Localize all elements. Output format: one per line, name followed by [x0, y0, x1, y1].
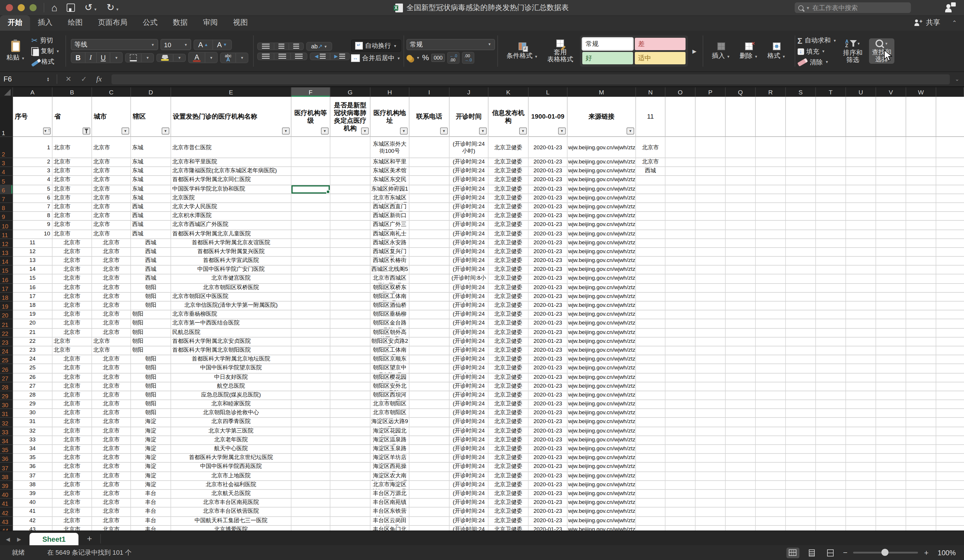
cell-seq[interactable]: 16: [13, 283, 52, 292]
cell-date[interactable]: 2020-01-23: [529, 293, 568, 301]
cell-publisher[interactable]: 北京卫健委: [489, 418, 529, 427]
cell-hospital-level[interactable]: [291, 481, 331, 490]
empty-cells[interactable]: [666, 400, 964, 409]
cell-publisher[interactable]: 北京卫健委: [489, 409, 529, 418]
cell-district[interactable]: 朝阳: [131, 310, 171, 319]
page-break-view-button[interactable]: [824, 547, 837, 558]
cell-open-hours[interactable]: (开诊时间:24小时): [449, 454, 489, 462]
cell-n[interactable]: 西城: [636, 167, 666, 176]
cell-designated[interactable]: [331, 454, 371, 462]
cell-date[interactable]: 2020-01-23: [529, 239, 568, 247]
zoom-slider[interactable]: [853, 552, 918, 553]
cell-seq[interactable]: 12: [13, 248, 52, 257]
header-cell[interactable]: 开诊时间: [449, 97, 489, 137]
header-cell[interactable]: 省: [52, 97, 92, 137]
cell-province[interactable]: 北京市: [52, 257, 92, 265]
underline-menu[interactable]: ▼: [111, 52, 122, 63]
cell-n[interactable]: [636, 382, 666, 391]
cell-address[interactable]: 朝阳区安外北苑3号院: [371, 382, 409, 391]
share-button[interactable]: 共享: [926, 18, 940, 28]
cell-date[interactable]: 2020-01-23: [529, 203, 568, 212]
cell-city[interactable]: 北京市: [92, 283, 131, 292]
cell-province[interactable]: 北京市: [52, 436, 92, 445]
cell-open-hours[interactable]: (开诊时间:24小时): [449, 409, 489, 418]
empty-cells[interactable]: [666, 203, 964, 212]
comments-icon[interactable]: [945, 2, 956, 13]
cell-source-link[interactable]: wjw.beijing.gov.cn/wjwh/ztzl/xxgzbd/2020…: [568, 436, 636, 445]
cell-hospital-name[interactable]: 北京市丰台区南苑医院: [171, 499, 291, 508]
fill-color-button[interactable]: [157, 54, 173, 61]
cell-source-link[interactable]: wjw.beijing.gov.cn/wjwh/ztzl/xxgzbd/2020…: [568, 373, 636, 382]
cell-publisher[interactable]: 北京卫健委: [489, 472, 529, 481]
cell-source-link[interactable]: wjw.beijing.gov.cn/wjwh/ztzl/xxgzbd/2020…: [568, 347, 636, 355]
column-header[interactable]: G: [331, 87, 371, 97]
fill-color-menu[interactable]: ▼: [173, 54, 185, 61]
cell-city[interactable]: 北京市: [92, 137, 131, 158]
cell-hospital-level[interactable]: [291, 508, 331, 517]
header-cell[interactable]: 序号: [13, 97, 52, 137]
row-header[interactable]: 3: [0, 158, 13, 167]
cell-source-link[interactable]: wjw.beijing.gov.cn/wjwh/ztzl/xxgzbd/2020…: [568, 319, 636, 328]
cell-hospital-level[interactable]: [291, 427, 331, 436]
cell-source-link[interactable]: wjw.beijing.gov.cn/wjwh/ztzl/xxgzbd/2020…: [568, 301, 636, 310]
cell-n[interactable]: [636, 418, 666, 427]
cell-publisher[interactable]: 北京卫健委: [489, 517, 529, 526]
cell-hospital-level[interactable]: [291, 293, 331, 301]
cell-district[interactable]: 朝阳: [131, 355, 171, 364]
cell-hospital-name[interactable]: 首都医科大学附属北京朝阳医院: [171, 347, 291, 355]
cell-designated[interactable]: [331, 391, 371, 400]
cell-hospital-name[interactable]: 中国中医科学院望京医院: [171, 365, 291, 373]
cell-phone[interactable]: [409, 373, 449, 382]
cell-date[interactable]: 2020-01-23: [529, 176, 568, 185]
cell-open-hours[interactable]: (开诊时间:24小时): [449, 212, 489, 221]
cell-hospital-level[interactable]: [291, 248, 331, 257]
cell-seq[interactable]: 13: [13, 257, 52, 265]
cell-source-link[interactable]: wjw.beijing.gov.cn/wjwh/ztzl/xxgzbd/2020…: [568, 283, 636, 292]
cell-publisher[interactable]: 北京卫健委: [489, 257, 529, 265]
cell-seq[interactable]: 14: [13, 266, 52, 275]
cell-city[interactable]: 北京市: [92, 158, 131, 167]
cell-address[interactable]: 朝阳区西坝河南里29号: [371, 391, 409, 400]
cell-publisher[interactable]: 北京卫健委: [489, 365, 529, 373]
cell-city[interactable]: 北京市: [92, 301, 131, 310]
cell-publisher[interactable]: 北京卫健委: [489, 137, 529, 158]
cell-hospital-name[interactable]: 北京市丰台区铁营医院: [171, 508, 291, 517]
cell-hospital-level[interactable]: [291, 266, 331, 275]
filter-dropdown-button[interactable]: [43, 127, 51, 135]
empty-cells[interactable]: [666, 239, 964, 247]
cell-city[interactable]: 北京市: [92, 176, 131, 185]
cell-hospital-name[interactable]: 航空总医院: [171, 382, 291, 391]
cell-hospital-level[interactable]: [291, 472, 331, 481]
cell-designated[interactable]: [331, 490, 371, 499]
cell-city[interactable]: 北京市: [92, 257, 131, 265]
cell-open-hours[interactable]: (开诊时间:24小时): [449, 418, 489, 427]
cell-province[interactable]: 北京市: [52, 454, 92, 462]
ribbon-tab[interactable]: 审阅: [195, 15, 225, 31]
header-cell[interactable]: 是否是新型冠状病毒肺炎定点医疗机构: [331, 97, 371, 137]
cell-style-chip[interactable]: 常规: [582, 38, 633, 50]
zoom-slider-knob[interactable]: [882, 549, 889, 556]
cell-address[interactable]: 北京市西城区儒福里6号: [371, 275, 409, 283]
cell-date[interactable]: 2020-01-23: [529, 391, 568, 400]
row-header[interactable]: 40: [0, 490, 13, 499]
cell-province[interactable]: 北京市: [52, 481, 92, 490]
row-header[interactable]: 41: [0, 499, 13, 508]
empty-cells[interactable]: [666, 310, 964, 319]
autosum-button[interactable]: Σ自动求和 ▼: [797, 36, 837, 45]
cell-phone[interactable]: [409, 481, 449, 490]
cell-designated[interactable]: [331, 400, 371, 409]
cell-open-hours[interactable]: (开诊时间:24小时): [449, 526, 489, 531]
cell-open-hours[interactable]: (开诊时间:24小时): [449, 382, 489, 391]
cell-seq[interactable]: 4: [13, 176, 52, 185]
fill-button[interactable]: ↓填充 ▼: [797, 47, 837, 56]
cell-hospital-level[interactable]: [291, 365, 331, 373]
header-cell[interactable]: 设置发热门诊的医疗机构名称: [171, 97, 291, 137]
cell-designated[interactable]: [331, 508, 371, 517]
cell-date[interactable]: 2020-01-23: [529, 355, 568, 364]
filter-dropdown-button[interactable]: [162, 127, 169, 135]
row-header[interactable]: 44: [0, 526, 13, 531]
header-cell[interactable]: 城市: [92, 97, 131, 137]
cell-hospital-level[interactable]: [291, 436, 331, 445]
cell-district[interactable]: 西城: [131, 203, 171, 212]
cell-seq[interactable]: 17: [13, 293, 52, 301]
